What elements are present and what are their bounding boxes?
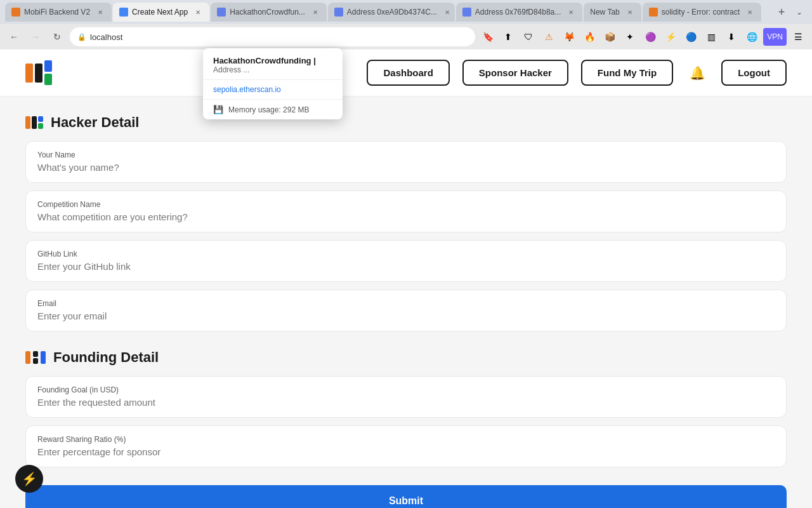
founding-section-title: Founding Detail	[53, 349, 159, 366]
founding-goal-field: Founding Goal (in USD)	[25, 376, 787, 418]
ext6-icon[interactable]: 🔵	[682, 28, 700, 46]
tab-close-mobifi[interactable]: ✕	[95, 7, 105, 17]
tab-new[interactable]: New Tab ✕	[584, 3, 641, 22]
tab-label-address2: Address 0x769fD84b8a...	[475, 8, 561, 17]
tab-address2[interactable]: Address 0x769fD84b8a... ✕	[456, 3, 582, 22]
email-input[interactable]	[37, 311, 775, 321]
hacker-logo-block-2	[32, 116, 37, 129]
fund-my-trip-button[interactable]: Fund My Trip	[581, 60, 673, 86]
dropdown-memory-text: Memory usage: 292 MB	[228, 105, 309, 114]
tab-close-new[interactable]: ✕	[625, 7, 635, 17]
refresh-button[interactable]: ↻	[48, 28, 66, 46]
founding-goal-input[interactable]	[37, 397, 775, 408]
download-icon[interactable]: ⬇	[723, 28, 740, 46]
tab-close-address2[interactable]: ✕	[566, 7, 576, 17]
tab-create-next[interactable]: Create Next App ✕	[113, 3, 209, 22]
ext3-icon[interactable]: ✦	[621, 28, 639, 46]
competition-name-field: Competition Name	[25, 190, 787, 232]
tab-bar: MobiFi Backend V2 ✕ Create Next App ✕ Ha…	[0, 0, 812, 24]
founding-logo-block-3	[33, 358, 38, 364]
tab-close-next[interactable]: ✕	[193, 7, 203, 17]
tab-label-next: Create Next App	[132, 8, 188, 17]
dropdown-title: HackathonCrowdfunding |	[213, 56, 332, 65]
founding-goal-label: Founding Goal (in USD)	[37, 385, 775, 394]
founding-logo-block-1	[25, 351, 30, 364]
translate-icon[interactable]: 🌐	[743, 28, 761, 46]
shield-icon[interactable]: 🛡	[520, 28, 537, 46]
new-tab-button[interactable]: +	[773, 3, 790, 21]
lock-icon: 🔒	[77, 33, 86, 41]
tab-favicon-address1	[334, 8, 343, 17]
memory-icon: 💾	[213, 105, 223, 114]
sidebar-icon[interactable]: ▥	[702, 28, 720, 46]
vpn-icon[interactable]: VPN	[763, 28, 787, 46]
logo	[25, 60, 63, 86]
competition-name-label: Competition Name	[37, 200, 775, 209]
hacker-section-title: Hacker Detail	[51, 114, 139, 131]
logout-button[interactable]: Logout	[721, 60, 787, 86]
email-field: Email	[25, 290, 787, 331]
tab-expand-button[interactable]: ⌄	[792, 4, 807, 20]
share-icon[interactable]: ⬆	[499, 28, 517, 46]
dropdown-memory: 💾 Memory usage: 292 MB	[203, 100, 343, 119]
logo-block-1	[25, 64, 33, 83]
address-bar-row: ← → ↻ 🔒 localhost 🔖 ⬆ 🛡 ⚠ 🦊 🔥 📦 ✦ 🟣 ⚡ 🔵 …	[0, 24, 812, 50]
page-content: Dashboard Sponsor Hacker Fund My Trip 🔔 …	[0, 50, 812, 508]
hacker-section-heading: Hacker Detail	[25, 114, 787, 131]
fox-icon[interactable]: 🦊	[560, 28, 578, 46]
tab-close-hackathon[interactable]: ✕	[310, 7, 320, 17]
competition-name-input[interactable]	[37, 211, 775, 222]
logo-block-4	[44, 74, 52, 85]
github-link-label: GitHub Link	[37, 250, 775, 258]
tab-label-solidity: solidity - Error: contract	[662, 8, 740, 17]
address-bar[interactable]: 🔒 localhost	[70, 27, 475, 46]
navbar: Dashboard Sponsor Hacker Fund My Trip 🔔 …	[0, 50, 812, 97]
reward-sharing-label: Reward Sharing Ratio (%)	[37, 435, 775, 444]
tab-favicon-solidity	[649, 8, 658, 17]
tab-favicon-hackathon	[217, 8, 226, 17]
dropdown-header: HackathonCrowdfunding | Address ...	[203, 48, 343, 80]
dropdown-url[interactable]: sepolia.etherscan.io	[203, 80, 343, 100]
submit-area: Submit	[0, 475, 812, 508]
ext5-icon[interactable]: ⚡	[662, 28, 679, 46]
hacker-section-logo	[25, 116, 43, 129]
founding-form-area: Founding Goal (in USD) Reward Sharing Ra…	[0, 376, 812, 467]
tab-label-hackathon: HackathonCrowdfun...	[230, 8, 305, 17]
your-name-field: Your Name	[25, 141, 787, 183]
tab-favicon-address2	[462, 8, 471, 17]
logo-block-2	[35, 64, 43, 83]
sponsor-hacker-button[interactable]: Sponsor Hacker	[462, 60, 568, 86]
back-button[interactable]: ←	[5, 28, 23, 46]
menu-icon[interactable]: ☰	[789, 28, 807, 46]
ext1-icon[interactable]: 🔥	[580, 28, 598, 46]
toolbar-icons: 🔖 ⬆ 🛡 ⚠ 🦊 🔥 📦 ✦ 🟣 ⚡ 🔵 ▥ ⬇ 🌐 VPN ☰	[479, 28, 807, 46]
tab-close-solidity[interactable]: ✕	[745, 7, 755, 17]
tab-favicon-mobifi	[11, 8, 20, 17]
tab-solidity[interactable]: solidity - Error: contract ✕	[643, 3, 761, 22]
hacker-form-area: Your Name Competition Name GitHub Link E…	[0, 141, 812, 331]
tab-close-address1[interactable]: ✕	[442, 7, 452, 17]
alert-icon[interactable]: ⚠	[540, 28, 558, 46]
github-link-input[interactable]	[37, 261, 775, 272]
forward-button[interactable]: →	[27, 28, 44, 46]
your-name-input[interactable]	[37, 162, 775, 173]
dashboard-button[interactable]: Dashboard	[367, 60, 449, 86]
tab-hackathon[interactable]: HackathonCrowdfun... ✕	[211, 3, 327, 22]
submit-button[interactable]: Submit	[25, 485, 787, 508]
tab-label-address1: Address 0xeA9Db4374C...	[347, 8, 437, 17]
founding-logo-block-4	[41, 351, 46, 364]
tab-favicon-next	[119, 8, 128, 17]
tab-label-new: New Tab	[590, 8, 619, 17]
founding-section-heading: Founding Detail	[25, 349, 787, 366]
tab-address1[interactable]: Address 0xeA9Db4374C... ✕	[328, 3, 455, 22]
tab-mobifi[interactable]: MobiFi Backend V2 ✕	[5, 3, 112, 22]
dropdown-subtitle: Address ...	[213, 65, 332, 74]
tab-label-mobifi: MobiFi Backend V2	[24, 8, 90, 17]
notification-icon[interactable]: 🔔	[686, 62, 709, 84]
lightning-fab[interactable]: ⚡	[15, 465, 43, 493]
bookmark-icon[interactable]: 🔖	[479, 28, 497, 46]
founding-logo-block-2	[33, 351, 38, 357]
ext2-icon[interactable]: 📦	[601, 28, 619, 46]
reward-sharing-input[interactable]	[37, 446, 775, 457]
ext4-icon[interactable]: 🟣	[641, 28, 659, 46]
